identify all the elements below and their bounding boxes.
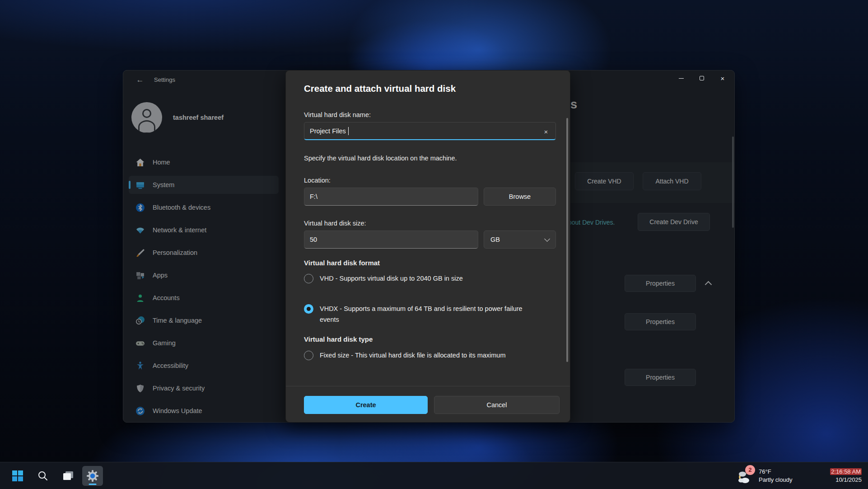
window-controls: × — [671, 71, 868, 86]
dialog-scrollbar[interactable] — [566, 118, 568, 362]
radio-unselected-icon — [304, 351, 313, 360]
radio-label: VHD - Supports virtual disk up to 2040 G… — [320, 274, 463, 283]
size-unit-value: GB — [490, 236, 500, 243]
weather-condition: Partly cloudy — [759, 476, 808, 484]
radio-option-vhd[interactable]: VHD - Supports virtual disk up to 2040 G… — [304, 274, 548, 283]
windows-start-icon — [11, 470, 24, 482]
create-button[interactable]: Create — [304, 396, 428, 414]
text-caret — [348, 127, 349, 135]
type-heading: Virtual hard disk type — [304, 335, 373, 343]
temperature: 76°F — [759, 468, 808, 476]
location-label: Location: — [304, 177, 331, 184]
name-input[interactable]: Project Files × — [304, 122, 556, 140]
start-button[interactable] — [7, 466, 28, 486]
location-value: F:\ — [310, 193, 317, 200]
name-label: Virtual hard disk name: — [304, 111, 371, 118]
app-active-indicator — [89, 484, 97, 485]
notification-badge[interactable]: 2 — [745, 465, 755, 475]
size-label: Virtual hard disk size: — [304, 220, 366, 227]
dialog-title: Create and attach virtual hard disk — [304, 83, 456, 94]
radio-label: VHDX - Supports a maximum of 64 TB and i… — [320, 303, 534, 325]
cancel-button[interactable]: Cancel — [434, 396, 560, 414]
radio-selected-icon — [304, 304, 313, 314]
task-view-icon — [62, 470, 75, 482]
format-heading: Virtual hard disk format — [304, 259, 380, 267]
date: 10/1/2025 — [808, 476, 862, 484]
chevron-down-icon — [544, 236, 550, 242]
close-button[interactable]: × — [712, 71, 733, 86]
radio-label: Fixed size - This virtual hard disk file… — [320, 351, 506, 360]
taskbar: 2 76°F Partly cloudy 2:16:58 AM 10/1/202… — [0, 462, 868, 489]
weather-text[interactable]: 76°F Partly cloudy — [759, 468, 808, 484]
size-unit-dropdown[interactable]: GB — [484, 230, 556, 249]
radio-option-vhdx[interactable]: VHDX - Supports a maximum of 64 TB and i… — [304, 304, 534, 325]
task-view-button[interactable] — [58, 466, 79, 486]
create-vhd-dialog: Create and attach virtual hard disk Virt… — [285, 70, 570, 423]
clock[interactable]: 2:16:58 AM 10/1/2025 — [808, 468, 862, 484]
size-input[interactable]: 50 — [304, 230, 478, 249]
maximize-icon — [700, 76, 704, 80]
name-value: Project Files — [310, 127, 346, 135]
desktop: ← Settings tashreef shareef Home — [0, 0, 868, 489]
location-intro: Specify the virtual hard disk location o… — [304, 155, 457, 162]
minimize-button[interactable] — [671, 71, 691, 86]
clear-input-icon[interactable]: × — [541, 127, 551, 136]
search-button[interactable] — [33, 466, 53, 486]
location-input[interactable]: F:\ — [304, 188, 478, 206]
system-tray: 2 76°F Partly cloudy 2:16:58 AM 10/1/202… — [735, 462, 868, 489]
settings-app-button[interactable] — [82, 466, 103, 486]
radio-unselected-icon — [304, 274, 313, 283]
weather-widget[interactable]: 2 — [735, 466, 756, 486]
search-icon — [37, 470, 49, 482]
time: 2:16:58 AM — [830, 468, 862, 475]
radio-option-fixed-size[interactable]: Fixed size - This virtual hard disk file… — [304, 351, 557, 360]
close-icon: × — [721, 75, 725, 82]
browse-button[interactable]: Browse — [484, 188, 556, 206]
maximize-button[interactable] — [691, 71, 712, 86]
settings-gear-icon — [86, 469, 99, 483]
size-value: 50 — [310, 236, 317, 243]
minimize-icon — [679, 78, 684, 79]
dialog-divider — [286, 386, 570, 386]
